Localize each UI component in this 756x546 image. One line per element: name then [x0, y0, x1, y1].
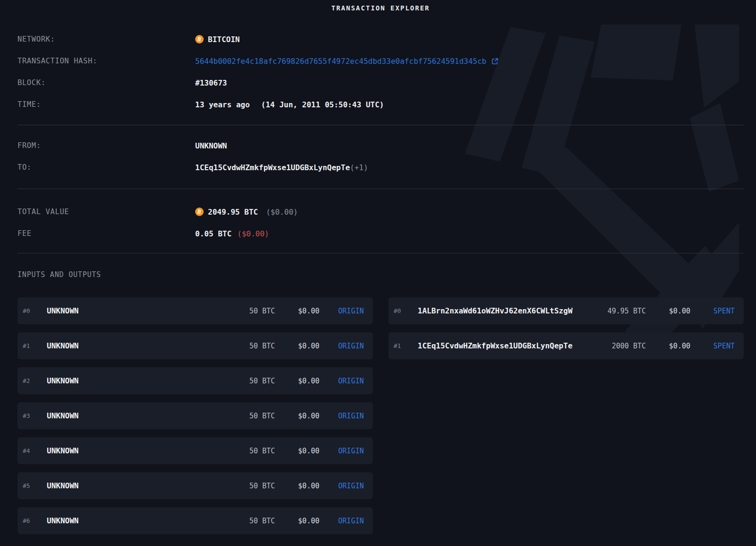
section-divider — [17, 189, 744, 189]
input-usd-amount: $0.00 — [275, 342, 319, 350]
fee-row: FEE 0.05 BTC ($0.00) — [17, 223, 744, 244]
input-btc-amount: 50 BTC — [222, 517, 275, 525]
section-divider — [17, 253, 744, 253]
input-row: #5 UNKNOWN 50 BTC $0.00 ORIGIN — [17, 472, 373, 499]
input-row: #4 UNKNOWN 50 BTC $0.00 ORIGIN — [17, 437, 373, 464]
network-label: NETWORK: — [17, 35, 195, 43]
spent-link[interactable]: SPENT — [690, 307, 735, 315]
origin-link[interactable]: ORIGIN — [319, 482, 364, 490]
section-divider — [17, 125, 744, 125]
input-usd-amount: $0.00 — [275, 482, 319, 490]
origin-link[interactable]: ORIGIN — [319, 377, 364, 385]
bitcoin-icon: B — [195, 35, 204, 43]
input-btc-amount: 50 BTC — [222, 482, 275, 490]
inputs-column: #0 UNKNOWN 50 BTC $0.00 ORIGIN #1 UNKNOW… — [17, 297, 373, 534]
output-btc-amount: 2000 BTC — [593, 342, 646, 350]
output-row: #0 1ALBrn2nxaWd61oWZHvJ62enX6CWLtSzgW 49… — [388, 297, 744, 324]
origin-link[interactable]: ORIGIN — [319, 412, 364, 420]
time-absolute: (14 Jun, 2011 05:50:43 UTC) — [261, 100, 384, 109]
output-usd-amount: $0.00 — [646, 342, 690, 350]
from-row: FROM: UNKNOWN — [17, 135, 744, 156]
from-value: UNKNOWN — [195, 141, 227, 150]
to-row: TO: 1CEq15CvdwHZmkfpWxse1UDGBxLynQepTe (… — [17, 156, 744, 178]
fee-usd: ($0.00) — [237, 229, 269, 238]
block-row: BLOCK: #130673 — [17, 72, 744, 94]
input-index: #5 — [23, 482, 47, 489]
input-row: #3 UNKNOWN 50 BTC $0.00 ORIGIN — [17, 402, 373, 429]
outputs-column: #0 1ALBrn2nxaWd61oWZHvJ62enX6CWLtSzgW 49… — [388, 297, 744, 359]
total-value-usd: ($0.00) — [266, 208, 298, 217]
inputs-outputs-grid: #0 UNKNOWN 50 BTC $0.00 ORIGIN #1 UNKNOW… — [17, 297, 744, 534]
external-link-icon[interactable] — [491, 58, 498, 65]
from-to-section: FROM: UNKNOWN TO: 1CEq15CvdwHZmkfpWxse1U… — [17, 135, 744, 178]
origin-link[interactable]: ORIGIN — [319, 342, 364, 350]
transaction-hash-row: TRANSACTION HASH: 5644b0002fe4c18afc7698… — [17, 50, 744, 72]
output-usd-amount: $0.00 — [646, 307, 690, 315]
time-relative: 13 years ago — [195, 100, 250, 109]
input-index: #3 — [23, 412, 47, 419]
input-row: #1 UNKNOWN 50 BTC $0.00 ORIGIN — [17, 332, 373, 359]
input-address: UNKNOWN — [47, 411, 222, 420]
block-label: BLOCK: — [17, 78, 195, 87]
input-usd-amount: $0.00 — [275, 447, 319, 455]
output-address[interactable]: 1ALBrn2nxaWd61oWZHvJ62enX6CWLtSzgW — [418, 306, 593, 315]
input-address: UNKNOWN — [47, 516, 222, 525]
input-row: #0 UNKNOWN 50 BTC $0.00 ORIGIN — [17, 297, 373, 324]
to-label: TO: — [17, 163, 195, 172]
fee-btc: 0.05 BTC — [195, 229, 232, 238]
input-btc-amount: 50 BTC — [222, 412, 275, 420]
output-btc-amount: 49.95 BTC — [593, 307, 646, 315]
input-row: #2 UNKNOWN 50 BTC $0.00 ORIGIN — [17, 367, 373, 394]
bitcoin-icon: B — [195, 208, 204, 216]
to-address[interactable]: 1CEq15CvdwHZmkfpWxse1UDGBxLynQepTe — [195, 163, 350, 172]
total-value-btc: 2049.95 BTC — [208, 208, 258, 217]
spent-link[interactable]: SPENT — [690, 342, 735, 350]
input-row: #6 UNKNOWN 50 BTC $0.00 ORIGIN — [17, 507, 373, 534]
from-label: FROM: — [17, 141, 195, 150]
origin-link[interactable]: ORIGIN — [319, 517, 364, 525]
input-usd-amount: $0.00 — [275, 377, 319, 385]
fee-label: FEE — [17, 229, 195, 238]
input-index: #1 — [23, 342, 47, 349]
input-usd-amount: $0.00 — [275, 517, 319, 525]
output-address[interactable]: 1CEq15CvdwHZmkfpWxse1UDGBxLynQepTe — [418, 341, 593, 350]
network-value: BITCOIN — [208, 35, 240, 44]
input-index: #2 — [23, 377, 47, 384]
input-index: #6 — [23, 517, 47, 524]
inputs-outputs-heading: INPUTS AND OUTPUTS — [17, 270, 744, 279]
transaction-hash-value[interactable]: 5644b0002fe4c18afc769826d7655f4972ec45db… — [195, 57, 487, 66]
output-index: #1 — [394, 342, 418, 349]
input-btc-amount: 50 BTC — [222, 377, 275, 385]
input-address: UNKNOWN — [47, 341, 222, 350]
total-value-row: TOTAL VALUE B 2049.95 BTC ($0.00) — [17, 201, 744, 223]
input-address: UNKNOWN — [47, 306, 222, 315]
total-value-label: TOTAL VALUE — [17, 208, 195, 216]
time-row: TIME: 13 years ago (14 Jun, 2011 05:50:4… — [17, 94, 744, 115]
origin-link[interactable]: ORIGIN — [319, 447, 364, 455]
input-address: UNKNOWN — [47, 376, 222, 385]
network-row: NETWORK: B BITCOIN — [17, 28, 744, 50]
transaction-explorer-page: TRANSACTION EXPLORER NETWORK: B BITCOIN … — [0, 0, 756, 534]
origin-link[interactable]: ORIGIN — [319, 307, 364, 315]
time-label: TIME: — [17, 100, 195, 109]
transaction-hash-label: TRANSACTION HASH: — [17, 57, 195, 65]
input-btc-amount: 50 BTC — [222, 447, 275, 455]
to-extra-count: (+1) — [350, 163, 369, 172]
transaction-hash-link[interactable]: 5644b0002fe4c18afc769826d7655f4972ec45db… — [195, 57, 498, 66]
input-index: #4 — [23, 447, 47, 454]
output-row: #1 1CEq15CvdwHZmkfpWxse1UDGBxLynQepTe 20… — [388, 332, 744, 359]
input-address: UNKNOWN — [47, 481, 222, 490]
output-index: #0 — [394, 307, 418, 314]
block-value: #130673 — [195, 78, 227, 87]
input-btc-amount: 50 BTC — [222, 342, 275, 350]
input-usd-amount: $0.00 — [275, 307, 319, 315]
input-address: UNKNOWN — [47, 446, 222, 455]
page-title: TRANSACTION EXPLORER — [17, 4, 744, 12]
transaction-summary: NETWORK: B BITCOIN TRANSACTION HASH: 564… — [17, 28, 744, 115]
input-usd-amount: $0.00 — [275, 412, 319, 420]
input-btc-amount: 50 BTC — [222, 307, 275, 315]
value-fee-section: TOTAL VALUE B 2049.95 BTC ($0.00) FEE 0.… — [17, 201, 744, 244]
input-index: #0 — [23, 307, 47, 314]
